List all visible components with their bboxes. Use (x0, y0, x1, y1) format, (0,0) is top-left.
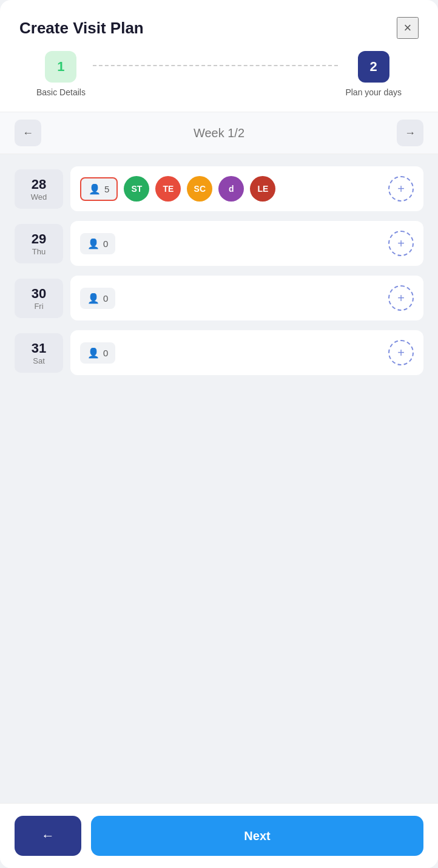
person-icon-30: 👤 (87, 293, 99, 304)
person-icon-28: 👤 (89, 183, 101, 195)
week-navigation: ← Week 1/2 → (0, 112, 438, 154)
step-2: 2 Plan your days (345, 51, 402, 97)
day-name-31: Sat (33, 356, 45, 365)
person-count-value-29: 0 (103, 239, 108, 249)
step-1-label: Basic Details (36, 87, 86, 97)
avatar-sc[interactable]: SC (187, 176, 212, 202)
day-content-30: 👤 0 + (70, 276, 423, 320)
person-count-28[interactable]: 👤 5 (80, 177, 118, 201)
avatar-le[interactable]: LE (250, 176, 275, 202)
week-title: Week 1/2 (194, 126, 244, 140)
day-label-29: 29 Thu (15, 224, 63, 263)
person-count-30[interactable]: 👤 0 (80, 288, 115, 309)
person-count-value-30: 0 (103, 293, 108, 303)
add-person-button-30[interactable]: + (388, 285, 414, 311)
day-content-29: 👤 0 + (70, 221, 423, 266)
day-name-28: Wed (31, 192, 47, 202)
step-1-circle: 1 (45, 51, 76, 83)
day-label-28: 28 Wed (15, 169, 63, 209)
day-label-30: 30 Fri (15, 279, 63, 318)
stepper: 1 Basic Details 2 Plan your days (0, 51, 438, 112)
day-number-31: 31 (32, 341, 46, 356)
prev-week-button[interactable]: ← (15, 120, 41, 146)
day-number-28: 28 (32, 177, 46, 192)
modal-title: Create Visit Plan (19, 19, 144, 38)
next-button[interactable]: Next (91, 816, 423, 856)
create-visit-plan-modal: Create Visit Plan × 1 Basic Details 2 Pl… (0, 0, 438, 868)
day-row-31: 31 Sat 👤 0 + (15, 330, 423, 375)
person-count-value-28: 5 (104, 184, 109, 194)
person-count-29[interactable]: 👤 0 (80, 233, 115, 254)
person-icon-29: 👤 (87, 238, 99, 249)
day-number-30: 30 (32, 286, 46, 302)
close-button[interactable]: × (397, 17, 419, 39)
avatar-te[interactable]: TE (155, 176, 181, 202)
day-content-31: 👤 0 + (70, 330, 423, 375)
step-2-label: Plan your days (345, 87, 402, 97)
back-button[interactable]: ← (15, 816, 81, 856)
day-row-28: 28 Wed 👤 5 ST TE SC d LE + (15, 166, 423, 211)
step-connector (93, 65, 338, 66)
next-week-button[interactable]: → (397, 120, 423, 146)
step-1: 1 Basic Details (36, 51, 86, 97)
add-person-button-29[interactable]: + (388, 231, 414, 256)
avatar-st[interactable]: ST (124, 176, 149, 202)
day-number-29: 29 (32, 231, 46, 247)
step-2-circle: 2 (358, 51, 389, 83)
day-row-29: 29 Thu 👤 0 + (15, 221, 423, 266)
day-name-30: Fri (34, 302, 43, 311)
day-name-29: Thu (32, 247, 45, 256)
avatar-d[interactable]: d (218, 176, 244, 202)
footer: ← Next (0, 803, 438, 868)
day-row-30: 30 Fri 👤 0 + (15, 276, 423, 320)
add-person-button-31[interactable]: + (388, 340, 414, 365)
person-count-31[interactable]: 👤 0 (80, 342, 115, 364)
days-container: 28 Wed 👤 5 ST TE SC d LE + 29 Thu (0, 154, 438, 803)
add-person-button-28[interactable]: + (388, 176, 414, 202)
day-label-31: 31 Sat (15, 333, 63, 373)
person-icon-31: 👤 (87, 347, 99, 359)
modal-header: Create Visit Plan × (0, 0, 438, 51)
person-count-value-31: 0 (103, 348, 108, 358)
day-content-28: 👤 5 ST TE SC d LE + (70, 166, 423, 211)
